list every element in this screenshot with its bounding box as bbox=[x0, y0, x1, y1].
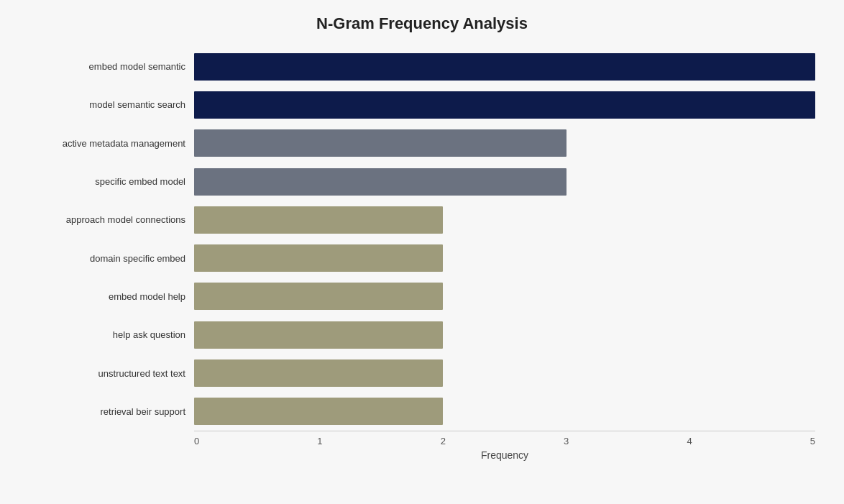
bar-row: model semantic search bbox=[29, 86, 815, 124]
bar-label: approach model connections bbox=[29, 214, 194, 225]
chart-container: N-Gram Frequency Analysis embed model se… bbox=[0, 0, 844, 504]
bar-fill bbox=[194, 129, 567, 157]
bar-fill bbox=[194, 321, 443, 349]
bar-row: embed model help bbox=[29, 278, 815, 316]
bar-label: help ask question bbox=[29, 329, 194, 340]
bar-fill bbox=[194, 244, 443, 272]
bar-track bbox=[194, 129, 815, 157]
bar-track bbox=[194, 91, 815, 119]
x-axis-tick-label: 1 bbox=[317, 436, 322, 446]
bar-track bbox=[194, 283, 815, 310]
bar-row: unstructured text text bbox=[29, 354, 815, 392]
bar-fill bbox=[194, 283, 443, 310]
bar-label: embed model semantic bbox=[29, 61, 194, 72]
bar-track bbox=[194, 206, 815, 234]
bar-track bbox=[194, 168, 815, 196]
x-axis-labels: 012345 bbox=[194, 431, 815, 446]
bar-label: active metadata management bbox=[29, 138, 194, 149]
x-axis-tick-label: 4 bbox=[687, 436, 692, 446]
chart-area: embed model semanticmodel semantic searc… bbox=[29, 47, 815, 461]
bar-track bbox=[194, 359, 815, 387]
bar-track bbox=[194, 244, 815, 272]
x-axis-title: Frequency bbox=[194, 449, 815, 461]
bar-track bbox=[194, 53, 815, 81]
x-axis-tick-label: 0 bbox=[194, 436, 199, 446]
bar-fill bbox=[194, 398, 443, 425]
bar-track bbox=[194, 398, 815, 425]
x-axis-tick-label: 2 bbox=[441, 436, 446, 446]
bar-row: help ask question bbox=[29, 316, 815, 354]
x-axis-tick-label: 5 bbox=[810, 436, 815, 446]
bar-label: model semantic search bbox=[29, 99, 194, 110]
bar-fill bbox=[194, 53, 815, 81]
chart-title: N-Gram Frequency Analysis bbox=[316, 14, 528, 33]
bar-track bbox=[194, 321, 815, 349]
bars-section: embed model semanticmodel semantic searc… bbox=[29, 47, 815, 431]
bar-label: retrieval beir support bbox=[29, 406, 194, 417]
bar-row: approach model connections bbox=[29, 201, 815, 239]
bar-row: retrieval beir support bbox=[29, 393, 815, 431]
bar-label: unstructured text text bbox=[29, 368, 194, 379]
bar-row: embed model semantic bbox=[29, 47, 815, 86]
x-axis-section: 012345 Frequency bbox=[29, 431, 815, 461]
x-axis-tick-label: 3 bbox=[564, 436, 569, 446]
bar-fill bbox=[194, 206, 443, 234]
bar-row: domain specific embed bbox=[29, 239, 815, 277]
bar-row: specific embed model bbox=[29, 162, 815, 201]
bar-label: embed model help bbox=[29, 291, 194, 302]
bar-label: domain specific embed bbox=[29, 253, 194, 264]
bar-fill bbox=[194, 91, 815, 119]
bar-fill bbox=[194, 359, 443, 387]
bar-label: specific embed model bbox=[29, 176, 194, 187]
bar-fill bbox=[194, 168, 567, 196]
bar-row: active metadata management bbox=[29, 124, 815, 162]
